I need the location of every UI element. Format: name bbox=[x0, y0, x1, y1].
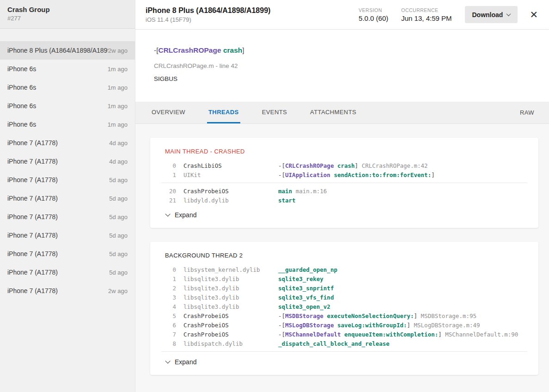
symbol-token: ] bbox=[407, 322, 414, 329]
crash-instance-row[interactable]: iPhone 7 (A1778) 5d ago bbox=[0, 226, 135, 245]
symbol-token: ] bbox=[355, 162, 362, 169]
crash-instance-row[interactable]: iPhone 8 Plus (A1864/A1898/A1899) 2w ago bbox=[0, 41, 135, 60]
crash-instance-row[interactable]: iPhone 7 (A1778) 5d ago bbox=[0, 245, 135, 263]
tab-label: OVERVIEW bbox=[152, 109, 185, 116]
symbol-token: ] bbox=[242, 46, 244, 54]
frame-module: libdyld.dylib bbox=[183, 197, 278, 204]
crash-instance-row[interactable]: iPhone 6s 1m ago bbox=[0, 115, 135, 134]
stack-frame-row: 7 CrashProbeiOS -[MSChannelDefault enque… bbox=[161, 330, 527, 339]
frame-symbol: sqlite3_vfs_find bbox=[278, 294, 527, 301]
device-label: iPhone 7 (A1778) bbox=[7, 176, 109, 184]
device-label: iPhone 7 (A1778) bbox=[7, 213, 109, 220]
stack-frame-row: 1 UIKit -[UIApplication sendAction:to:fr… bbox=[161, 170, 527, 179]
time-label: 5d ago bbox=[109, 195, 128, 202]
frame-index: 5 bbox=[161, 312, 176, 319]
time-label: 5d ago bbox=[109, 251, 128, 257]
crash-group-sidebar: Crash Group #277 iPhone 8 Plus (A1864/A1… bbox=[0, 0, 135, 392]
crash-instance-row[interactable]: iPhone 7 (A1778) 4d ago bbox=[0, 134, 135, 152]
symbol-token: executeNonSelectionQuery: bbox=[327, 312, 414, 319]
device-label: iPhone 6s bbox=[7, 84, 108, 91]
crash-instance-list: iPhone 8 Plus (A1864/A1898/A1899) 2w ago… bbox=[0, 29, 135, 300]
occurrence-label: OCCURRENCE bbox=[401, 7, 451, 13]
device-label: iPhone 7 (A1778) bbox=[7, 195, 109, 202]
frame-symbol: -[MSChannelDefault enqueueItem:withCompl… bbox=[278, 331, 527, 338]
device-label: iPhone 7 (A1778) bbox=[7, 269, 109, 276]
symbol-token bbox=[341, 331, 344, 338]
frame-symbol: -[UIApplication sendAction:to:from:forEv… bbox=[278, 172, 527, 178]
frame-index: 6 bbox=[161, 322, 176, 329]
frame-symbol: sqlite3_rekey bbox=[278, 276, 527, 282]
frame-symbol: -[MSLogDBStorage saveLog:withGroupId:] M… bbox=[278, 322, 527, 329]
frame-symbol: _dispatch_call_block_and_release bbox=[278, 340, 527, 347]
stack-frame-row: 2 libsqlite3.dylib sqlite3_snprintf bbox=[161, 283, 527, 293]
device-label: iPhone 7 (A1778) bbox=[7, 158, 109, 165]
frame-module: CrashProbeiOS bbox=[183, 312, 278, 319]
tab-attachments[interactable]: ATTACHMENTS bbox=[309, 102, 358, 123]
expand-button[interactable]: Expand bbox=[161, 211, 196, 219]
version-label: VERSION bbox=[359, 7, 388, 13]
time-label: 1m ago bbox=[108, 121, 128, 128]
tab-threads[interactable]: THREADS bbox=[207, 102, 240, 123]
expand-button[interactable]: Expand bbox=[161, 358, 196, 366]
version-block: VERSION 5.0.0 (60) bbox=[359, 7, 388, 22]
symbol-token bbox=[334, 162, 337, 169]
tab-overview[interactable]: OVERVIEW bbox=[150, 102, 187, 123]
tab-list: OVERVIEW THREADS EVENTS ATTACHMENTS bbox=[150, 102, 358, 123]
tab-events[interactable]: EVENTS bbox=[261, 102, 288, 123]
frame-symbol: sqlite3_open_v2 bbox=[278, 303, 527, 310]
symbol-token bbox=[334, 322, 337, 329]
symbol-token: ] bbox=[438, 331, 445, 338]
device-label: iPhone 7 (A1778) bbox=[7, 139, 109, 147]
download-button[interactable]: Download bbox=[465, 6, 518, 23]
symbol-token: enqueueItem:withCompletion: bbox=[344, 331, 438, 338]
crash-instance-row[interactable]: iPhone 7 (A1778) 4d ago bbox=[0, 152, 135, 171]
tab-label: EVENTS bbox=[262, 109, 287, 116]
crash-instance-row[interactable]: iPhone 6s 1m ago bbox=[0, 97, 135, 115]
crash-instance-row[interactable]: iPhone 7 (A1778) 5d ago bbox=[0, 208, 135, 226]
symbol-token: CRLCrashROPage bbox=[285, 162, 334, 169]
crash-instance-row[interactable]: iPhone 7 (A1778) 2w ago bbox=[0, 282, 135, 300]
frame-index: 4 bbox=[161, 303, 176, 310]
frame-module: CrashProbeiOS bbox=[183, 188, 278, 195]
frame-list: 0 CrashLibiOS -[CRLCrashROPage crash] CR… bbox=[161, 161, 527, 205]
crash-signature: -[CRLCrashROPage crash] bbox=[154, 46, 531, 55]
device-label: iPhone 8 Plus (A1864/A1898/A1899) bbox=[7, 47, 108, 54]
device-label: iPhone 7 (A1778) bbox=[7, 232, 109, 239]
symbol-token: -[ bbox=[278, 312, 285, 319]
crash-location: CRLCrashROPage.m - line 42 bbox=[154, 62, 531, 69]
symbol-token: sqlite3_vfs_find bbox=[278, 294, 334, 301]
tab-raw[interactable]: RAW bbox=[520, 102, 534, 123]
frame-symbol: -[MSDBStorage executeNonSelectionQuery:]… bbox=[278, 312, 527, 319]
crash-instance-row[interactable]: iPhone 6s 1m ago bbox=[0, 60, 135, 78]
stack-frame-row: 5 CrashProbeiOS -[MSDBStorage executeNon… bbox=[161, 311, 527, 320]
stack-frame-row: 0 libsystem_kernel.dylib __guarded_open_… bbox=[161, 265, 527, 274]
frame-index: 1 bbox=[161, 276, 176, 282]
frame-module: libsqlite3.dylib bbox=[183, 276, 278, 282]
close-button[interactable]: ✕ bbox=[530, 10, 538, 19]
frame-index: 0 bbox=[161, 162, 176, 169]
crash-instance-row[interactable]: iPhone 7 (A1778) 5d ago bbox=[0, 263, 135, 282]
frame-symbol: sqlite3_snprintf bbox=[278, 285, 527, 292]
frame-index: 8 bbox=[161, 340, 176, 347]
time-label: 4d ago bbox=[109, 158, 128, 165]
tab-label: ATTACHMENTS bbox=[310, 109, 356, 116]
time-label: 5d ago bbox=[109, 232, 128, 239]
thread-card: BACKGROUND THREAD 2 0 libsystem_kernel.d… bbox=[150, 242, 538, 375]
frame-list: 0 libsystem_kernel.dylib __guarded_open_… bbox=[161, 265, 527, 352]
frame-index: 7 bbox=[161, 331, 176, 338]
frame-symbol: __guarded_open_np bbox=[278, 266, 527, 273]
occurrence-block: OCCURRENCE Jun 13, 4:59 PM bbox=[401, 7, 451, 22]
symbol-token: main.m:16 bbox=[296, 188, 327, 195]
crash-instance-row[interactable]: iPhone 7 (A1778) 5d ago bbox=[0, 189, 135, 208]
symbol-token: crash bbox=[223, 46, 242, 54]
symbol-token: MSChannelDefault.m:90 bbox=[445, 331, 518, 338]
device-label: iPhone 7 (A1778) bbox=[7, 250, 109, 257]
stack-frame-row: 3 libsqlite3.dylib sqlite3_vfs_find bbox=[161, 293, 527, 302]
expand-label: Expand bbox=[175, 211, 196, 219]
detail-header: iPhone 8 Plus (A1864/A1898/A1899) iOS 11… bbox=[135, 0, 549, 30]
version-value: 5.0.0 (60) bbox=[359, 14, 388, 22]
crash-instance-row[interactable]: iPhone 7 (A1778) 5d ago bbox=[0, 171, 135, 189]
tab-bar: OVERVIEW THREADS EVENTS ATTACHMENTS RAW bbox=[135, 102, 549, 124]
crash-instance-row[interactable]: iPhone 6s 1m ago bbox=[0, 78, 135, 97]
crash-group-id: #277 bbox=[7, 15, 128, 22]
